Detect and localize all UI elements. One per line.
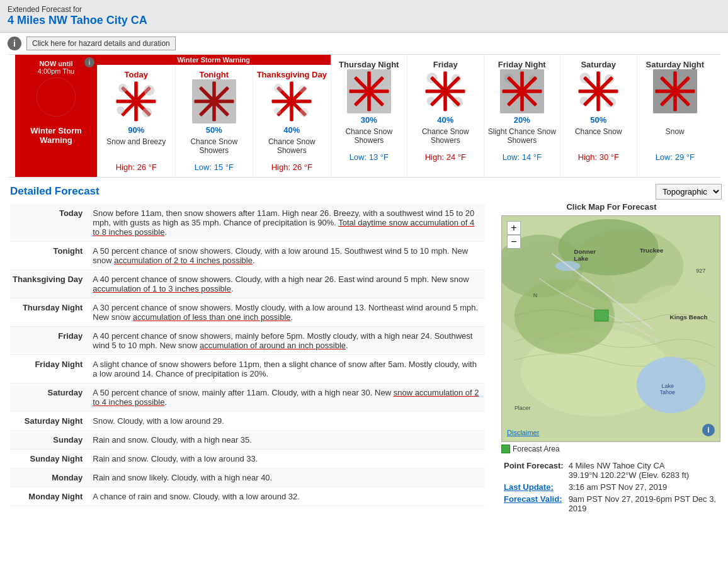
period-name-today: Today [100, 70, 173, 79]
map-section: Topographic Radar Satellite Click Map Fo… [495, 178, 728, 521]
period-name-thanksgiving: Thanksgiving Day [256, 70, 328, 79]
map-disclaimer[interactable]: Disclaimer [507, 429, 539, 436]
temp-tonight: Low: 15 °F [178, 162, 251, 172]
pct-saturday-night [640, 115, 711, 125]
hazard-banner: i Click here for hazard details and dura… [0, 33, 728, 54]
snowflake-saturday [576, 69, 620, 113]
map-info-button[interactable]: i [702, 424, 715, 436]
svg-rect-8 [70, 94, 77, 99]
condition-friday: Chance Snow Showers [410, 127, 481, 150]
map-container[interactable]: Lake Tahoe Donner Lake Truckee Kings Bea… [501, 215, 720, 442]
map-type-select[interactable]: Topographic Radar Satellite [656, 184, 722, 200]
forecast-period: Monday Night [10, 487, 90, 506]
forecast-period: Today [10, 204, 90, 242]
svg-point-16 [144, 85, 155, 96]
forecast-period: Thanksgiving Day [10, 270, 90, 298]
temp-saturday-night: Low: 29 °F [640, 152, 711, 162]
condition-friday-night: Slight Chance Snow Showers [487, 127, 558, 150]
map-zoom-controls: + − [507, 221, 521, 249]
svg-point-30 [288, 98, 295, 105]
last-update-link[interactable]: Last Update: [504, 482, 554, 492]
period-name-friday: Friday [410, 60, 481, 69]
period-saturday: Saturday 50% Chance Snow High: 30 °F [560, 55, 637, 177]
map-controls: Topographic Radar Satellite [501, 184, 722, 200]
forecast-row: SundayRain and snow. Cloudy, with a high… [10, 431, 485, 450]
forecast-desc: Rain and snow. Cloudy, with a low around… [90, 450, 485, 468]
forecast-area-legend: Forecast Area [501, 445, 722, 453]
svg-text:927: 927 [696, 268, 705, 274]
storm-banner: Winter Storm Warning [97, 55, 331, 65]
forecast-desc: A 50 percent chance of snow, mainly afte… [90, 383, 485, 412]
svg-text:Kings Beach: Kings Beach [669, 314, 707, 321]
svg-point-49 [442, 88, 448, 94]
period-today: Today 90% Snow and Breezy [97, 65, 175, 177]
forecast-period: Tonight [10, 242, 90, 270]
header: Extended Forecast for 4 Miles NW Tahoe C… [0, 0, 728, 33]
zoom-out-button[interactable]: − [507, 235, 521, 249]
period-name-saturday-night: Saturday Night [640, 60, 711, 69]
forecast-valid-value: 9am PST Nov 27, 2019-6pm PST Dec 3, 2019 [566, 493, 722, 514]
period-saturday-night: Saturday Night Snow Low: 29 °F [637, 55, 714, 177]
pct-tonight: 50% [178, 125, 251, 135]
svg-point-33 [274, 108, 281, 115]
temp-friday: High: 24 °F [410, 152, 481, 162]
header-subtitle: Extended Forecast for [8, 5, 720, 14]
header-title: 4 Miles NW Tahoe City CA [8, 14, 720, 27]
forecast-row: Thursday NightA 30 percent chance of sno… [10, 298, 485, 327]
forecast-desc: A chance of rain and snow. Cloudy, with … [90, 487, 485, 506]
forecast-row: MondayRain and snow likely. Cloudy, with… [10, 468, 485, 487]
forecast-row: Friday NightA slight chance of snow show… [10, 355, 485, 383]
forecast-row: SaturdayA 50 percent chance of snow, mai… [10, 383, 485, 412]
forecast-row: Monday NightA chance of rain and snow. C… [10, 487, 485, 506]
svg-text:Lake: Lake [574, 255, 588, 262]
condition-saturday: Chance Snow [563, 127, 634, 150]
period-thanksgiving: Thanksgiving Day 40% Chance Snow Showers [253, 65, 331, 177]
svg-point-4 [52, 93, 59, 100]
forecast-desc: A slight chance of snow showers before 1… [90, 355, 485, 383]
detailed-section: Detailed Forecast TodaySnow before 11am,… [0, 178, 728, 521]
last-update-label: Last Update: [501, 481, 566, 493]
forecast-row: Thanksgiving DayA 40 percent chance of s… [10, 270, 485, 298]
svg-point-14 [133, 98, 139, 105]
forecast-desc: A 50 percent chance of snow showers. Clo… [90, 242, 485, 270]
forecast-period: Friday Night [10, 355, 90, 383]
warning-info-dot[interactable]: i [84, 57, 94, 67]
svg-text:Donner: Donner [574, 248, 596, 255]
svg-point-15 [118, 84, 127, 93]
forecast-desc: Snow before 11am, then snow showers afte… [90, 204, 485, 242]
warning-text: Winter Storm Warning [20, 126, 92, 145]
forecast-desc: A 40 percent chance of snow showers, mai… [90, 327, 485, 355]
svg-point-40 [366, 88, 372, 94]
detailed-forecast: Detailed Forecast TodaySnow before 11am,… [0, 178, 495, 521]
svg-text:Truckee: Truckee [640, 247, 664, 254]
forecast-desc: Rain and snow. Cloudy, with a high near … [90, 431, 485, 450]
svg-point-31 [274, 84, 283, 93]
snowflake-saturday-night [653, 69, 697, 113]
warning-now-label: NOW until [20, 60, 92, 67]
forecast-row: TonightA 50 percent chance of snow showe… [10, 242, 485, 270]
svg-point-75 [672, 88, 678, 94]
snowflake-today [114, 79, 158, 123]
forecast-row: Saturday NightSnow. Cloudy, with a low a… [10, 412, 485, 431]
forecast-period: Sunday Night [10, 450, 90, 468]
svg-point-57 [519, 88, 525, 94]
svg-rect-88 [594, 310, 608, 321]
condition-thanksgiving: Chance Snow Showers [256, 137, 328, 160]
temp-friday-night: Low: 14 °F [487, 152, 558, 162]
svg-point-32 [299, 85, 307, 93]
storm-group: Winter Storm Warning Today [97, 55, 331, 177]
forecast-period: Friday [10, 327, 90, 355]
pct-friday: 40% [410, 115, 481, 125]
temp-thursday-night: Low: 13 °F [334, 152, 405, 162]
warning-time-label: 4:00pm Thu [20, 67, 92, 75]
forecast-area-box [501, 445, 510, 453]
forecast-valid-link[interactable]: Forecast Valid: [504, 494, 562, 504]
svg-text:Lake: Lake [662, 383, 674, 389]
hazard-link[interactable]: Click here for hazard details and durati… [26, 37, 176, 50]
period-thursday-night: Thursday Night 30% Chance Snow Showers L… [331, 55, 407, 177]
period-name-thursday-night: Thursday Night [334, 60, 405, 69]
forecast-desc: Snow. Cloudy, with a low around 29. [90, 412, 485, 431]
forecast-desc: A 30 percent chance of snow showers. Mos… [90, 298, 485, 327]
forecast-row: TodaySnow before 11am, then snow showers… [10, 204, 485, 242]
zoom-in-button[interactable]: + [507, 221, 521, 235]
